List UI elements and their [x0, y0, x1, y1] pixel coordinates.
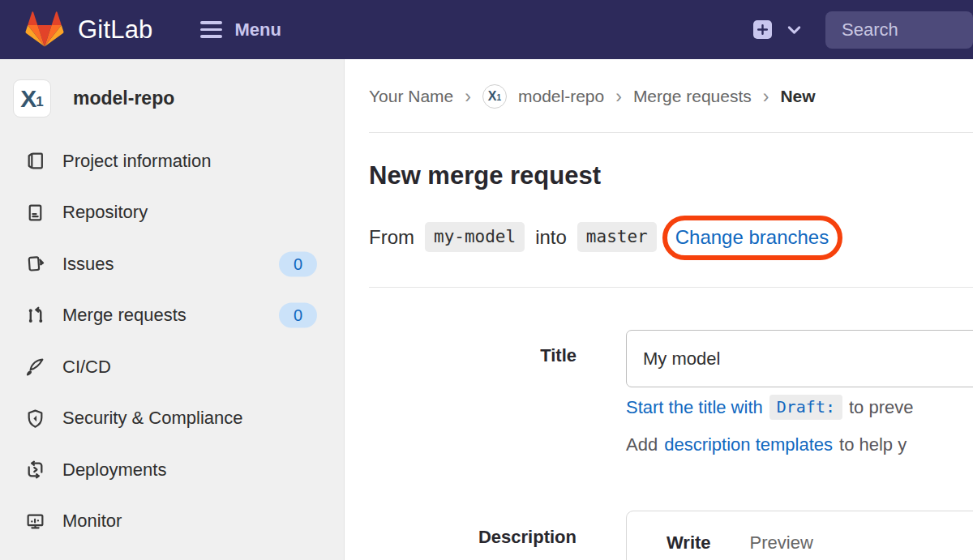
- breadcrumb-project[interactable]: model-repo: [518, 87, 604, 106]
- avatar-letter: X: [20, 87, 36, 111]
- gitlab-logotype[interactable]: GitLab: [78, 15, 153, 45]
- breadcrumb-project-avatar: X1: [482, 84, 507, 109]
- project-name: model-repo: [73, 88, 174, 109]
- section-divider: [369, 287, 973, 288]
- into-label: into: [535, 226, 567, 249]
- sidebar-item-deployments[interactable]: Deployments: [0, 444, 344, 496]
- draft-title-link[interactable]: Start the title with: [626, 397, 763, 418]
- breadcrumb: Your Name › X1 model-repo › Merge reques…: [369, 84, 816, 109]
- avatar-subscript: 1: [497, 94, 502, 102]
- menu-label: Menu: [235, 19, 281, 41]
- sidebar-item-label: CI/CD: [62, 357, 111, 378]
- deployments-icon: [24, 460, 45, 481]
- description-field-label: Description: [369, 527, 577, 548]
- avatar-letter: X: [488, 90, 497, 103]
- merge-requests-count-badge: 0: [279, 303, 317, 328]
- breadcrumb-section[interactable]: Merge requests: [633, 87, 752, 106]
- new-item-button[interactable]: [753, 20, 772, 39]
- hamburger-icon: [200, 21, 222, 37]
- monitor-icon: [24, 511, 45, 532]
- title-input[interactable]: [626, 330, 973, 387]
- breadcrumb-separator: ›: [615, 86, 622, 108]
- tab-preview[interactable]: Preview: [750, 532, 813, 554]
- avatar-subscript: 1: [36, 95, 43, 109]
- merge-requests-icon: [24, 305, 45, 326]
- chevron-down-icon[interactable]: [784, 19, 804, 40]
- sidebar-item-label: Merge requests: [62, 305, 186, 326]
- branch-summary-line: From my-model into master Change branche…: [369, 222, 829, 252]
- sidebar-item-cicd[interactable]: CI/CD: [0, 341, 344, 393]
- sidebar-item-monitor[interactable]: Monitor: [0, 496, 344, 548]
- sidebar-item-label: Security & Compliance: [62, 408, 243, 429]
- title-help-rest: to preve: [849, 397, 914, 418]
- description-help-text: Add description templates to help y: [626, 434, 907, 455]
- tab-write[interactable]: Write: [667, 532, 711, 554]
- plus-icon: [756, 23, 769, 36]
- project-information-icon: [24, 151, 45, 172]
- sidebar-item-repository[interactable]: Repository: [0, 187, 344, 239]
- navbar-right-group: Search: [753, 0, 973, 59]
- page-title: New merge request: [369, 161, 601, 190]
- from-label: From: [369, 226, 414, 249]
- search-input[interactable]: Search: [825, 11, 973, 49]
- description-editor-tabs: Write Preview: [627, 511, 973, 554]
- search-placeholder: Search: [842, 19, 898, 41]
- breadcrumb-current: New: [780, 87, 815, 106]
- repository-icon: [24, 202, 45, 223]
- sidebar-item-project-information[interactable]: Project information: [0, 135, 344, 187]
- sidebar-item-label: Project information: [62, 151, 211, 172]
- top-navbar: GitLab Menu Search: [0, 0, 973, 59]
- sidebar-item-security-compliance[interactable]: Security & Compliance: [0, 393, 344, 445]
- description-templates-link[interactable]: description templates: [664, 434, 833, 455]
- shield-icon: [24, 408, 45, 429]
- sidebar-item-label: Issues: [62, 254, 114, 275]
- description-help-prefix: Add: [626, 434, 658, 455]
- sidebar-item-label: Deployments: [62, 460, 166, 481]
- description-help-rest: to help y: [839, 434, 907, 455]
- sidebar-item-issues[interactable]: Issues 0: [0, 238, 344, 290]
- sidebar-project-header[interactable]: X1 model-repo: [13, 79, 174, 118]
- breadcrumb-separator: ›: [465, 86, 471, 108]
- title-field-label: Title: [369, 345, 577, 366]
- issues-icon: [24, 254, 45, 275]
- sidebar-item-merge-requests[interactable]: Merge requests 0: [0, 290, 344, 342]
- sidebar: X1 model-repo Project information Reposi…: [0, 59, 345, 560]
- sidebar-item-label: Repository: [62, 202, 148, 223]
- project-avatar: X1: [13, 79, 51, 118]
- change-branches-link[interactable]: Change branches: [675, 226, 829, 248]
- menu-button[interactable]: Menu: [200, 19, 281, 41]
- draft-code-chip: Draft:: [769, 395, 842, 420]
- description-editor: Write Preview: [626, 511, 973, 560]
- rocket-icon: [24, 357, 45, 378]
- target-branch-chip: master: [577, 222, 657, 252]
- source-branch-chip: my-model: [425, 222, 525, 252]
- breadcrumb-separator: ›: [763, 86, 769, 108]
- issues-count-badge: 0: [279, 251, 317, 276]
- title-help-text: Start the title with Draft: to preve: [626, 395, 914, 420]
- sidebar-item-label: Monitor: [62, 511, 122, 532]
- sidebar-nav-list: Project information Repository Issues 0: [0, 135, 344, 547]
- breadcrumb-divider: [369, 132, 973, 133]
- breadcrumb-user[interactable]: Your Name: [369, 87, 453, 106]
- gitlab-tanuki-icon[interactable]: [24, 11, 65, 49]
